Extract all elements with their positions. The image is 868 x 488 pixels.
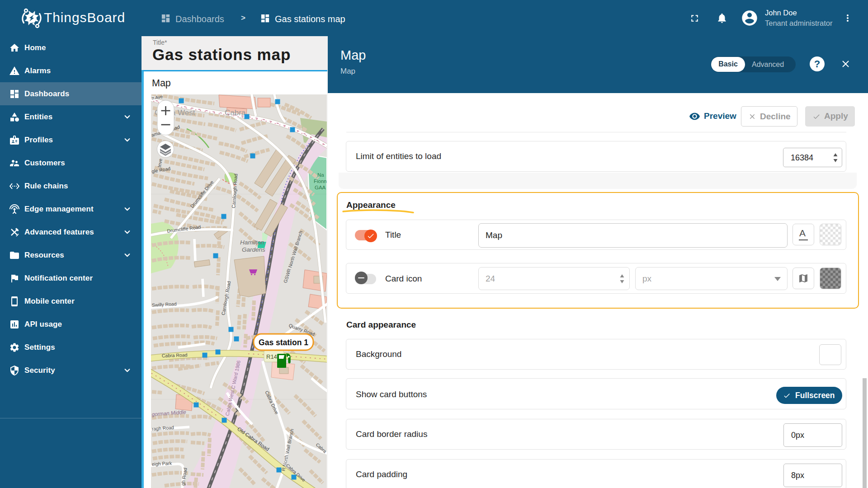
svg-text:Hamilton: Hamilton <box>240 239 264 246</box>
svg-text:Na: Na <box>317 172 324 178</box>
svg-text:Gas station 1: Gas station 1 <box>259 338 308 347</box>
svg-text:Gardens: Gardens <box>242 246 265 253</box>
svg-text:Cabra Road: Cabra Road <box>162 352 188 358</box>
svg-text:GAA: GAA <box>315 185 326 190</box>
svg-text:eigh Park: eigh Park <box>151 460 172 467</box>
svg-text:Cabra: Cabra <box>225 108 246 117</box>
svg-text:Fionn: Fionn <box>314 178 327 184</box>
